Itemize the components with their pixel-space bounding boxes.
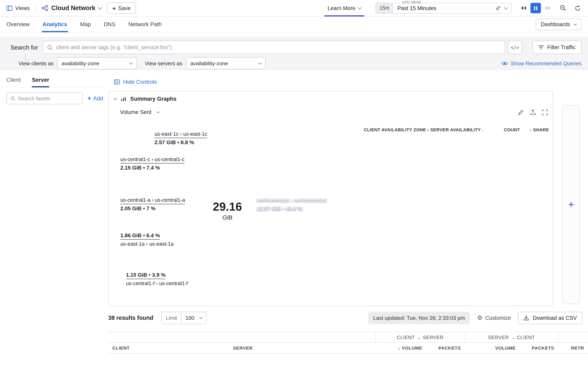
search-icon — [10, 96, 15, 101]
chart-callout: northcentralus › northcentralus 13.57 Gi… — [257, 196, 327, 211]
donut-chart-area: 29.16 GiB us-east-1c › us-east-1c 2.57 G… — [109, 115, 360, 306]
chart-callout: us-central1-c › us-central1-c 2.15 GiB •… — [120, 155, 184, 171]
skip-forward-icon — [545, 6, 551, 10]
chevron-down-icon — [130, 61, 133, 64]
customize-button[interactable]: ⚙ Customize — [477, 314, 511, 322]
chevron-down-icon — [114, 97, 117, 100]
views-label: Views — [15, 5, 30, 11]
search-input[interactable] — [56, 44, 501, 50]
view-clients-as-select[interactable]: availability-zone — [57, 57, 137, 69]
skip-back-icon — [520, 6, 526, 10]
column-header-retransmits[interactable]: RETR — [558, 342, 588, 353]
facet-search-input[interactable] — [18, 95, 78, 101]
view-servers-as-select[interactable]: availability-zone — [186, 57, 266, 69]
learn-more-menu[interactable]: Learn More — [323, 0, 365, 16]
export-icon[interactable] — [530, 109, 536, 115]
chevron-down-icon — [258, 61, 262, 64]
primary-tabs: OverviewAnalyticsMapDNSNetwork Path Dash… — [0, 17, 588, 33]
collapsed-side-panel[interactable]: + — [562, 105, 580, 304]
hide-controls-link[interactable]: Hide Controls — [114, 79, 157, 85]
donut-center-value: 29.16 — [203, 200, 251, 213]
query-editor-button[interactable]: </> — [508, 41, 522, 54]
column-header-client[interactable]: CLIENT — [108, 342, 229, 353]
legend-header: CLIENT AVAILABILITY ZONE › SERVER AVAILA… — [364, 127, 549, 133]
filter-icon — [538, 45, 544, 50]
chevron-down-icon — [157, 110, 160, 113]
facet-search-wrap[interactable] — [6, 92, 83, 104]
search-input-wrap[interactable] — [43, 41, 505, 54]
chevron-down-icon — [199, 316, 203, 319]
chart-callout: 1.15 GiB • 3.9 % us-central1-f › us-cent… — [126, 271, 188, 286]
facet-sidebar: Client Server + Add — [0, 73, 107, 380]
tab-map[interactable]: Map — [80, 17, 91, 32]
time-range-control[interactable]: 15m Past 15 Minutes — [375, 3, 512, 14]
chart-callout: us-east-1c › us-east-1c 2.57 GiB • 8.8 % — [155, 130, 207, 145]
download-csv-button[interactable]: Download as CSV — [518, 312, 582, 324]
refresh-icon — [574, 5, 581, 11]
legend-share-header[interactable]: ↓ SHARE — [520, 127, 549, 133]
limit-select[interactable]: Limit 100 — [161, 312, 207, 324]
add-facet-button[interactable]: + Add — [87, 95, 103, 102]
expand-icon[interactable] — [542, 109, 548, 115]
time-range-chip: 15m — [376, 3, 393, 13]
plus-icon: + — [87, 95, 91, 102]
tab-dns[interactable]: DNS — [104, 17, 115, 32]
group-header-server-client: SERVER → CLIENT — [465, 332, 558, 342]
results-count: 38 results found — [108, 315, 153, 321]
collapse-panel-icon — [114, 79, 120, 85]
search-for-label: Search for — [6, 44, 43, 51]
view-servers-as-group: View servers as availability-zone — [145, 57, 266, 69]
legend-count-header[interactable]: COUNT — [483, 127, 520, 132]
chevron-down-icon[interactable] — [504, 5, 508, 9]
column-header-volume-sc[interactable]: VOLUME — [465, 342, 519, 353]
sort-desc-icon: ↓ — [398, 345, 400, 351]
column-header-server[interactable]: SERVER — [229, 342, 362, 353]
step-back-button[interactable] — [518, 3, 528, 13]
plus-icon: + — [112, 5, 116, 12]
refresh-button[interactable] — [573, 3, 582, 13]
time-range-label: Past 15 Minutes — [393, 5, 496, 11]
pin-icon[interactable] — [496, 5, 501, 11]
tabs-list: OverviewAnalyticsMapDNSNetwork Path — [6, 17, 161, 32]
tab-overview[interactable]: Overview — [6, 17, 30, 32]
page-title: Cloud Network — [52, 4, 96, 12]
chart-callout: us-central1-a › us-central1-a 2.05 GiB •… — [120, 196, 185, 211]
save-button[interactable]: + Save — [107, 2, 136, 14]
views-button[interactable]: Views — [6, 5, 30, 11]
donut-center-label: 29.16 GiB — [203, 200, 251, 221]
edit-icon[interactable] — [518, 109, 524, 115]
legend-dimension-header[interactable]: CLIENT AVAILABILITY ZONE › SERVER AVAILA… — [364, 127, 483, 132]
column-header-packets-sc[interactable]: PACKETS — [519, 342, 558, 353]
app-root: Views Cloud Network + Save Learn More UT… — [0, 0, 588, 380]
chart-callout: 1.86 GiB • 6.4 % us-east-1a › us-east-1a — [120, 232, 174, 247]
column-header-volume-cs[interactable]: ↓ VOLUME — [375, 342, 426, 353]
chart-legend: CLIENT AVAILABILITY ZONE › SERVER AVAILA… — [364, 127, 549, 306]
show-recommended-queries-link[interactable]: Show Recommended Queries — [501, 60, 582, 66]
tab-client[interactable]: Client — [6, 73, 21, 87]
tab-network-path[interactable]: Network Path — [128, 17, 162, 32]
filter-traffic-button[interactable]: Filter Traffic — [532, 41, 582, 54]
last-updated: Last updated: Tue, Nov 26, 2:33:03 pm — [368, 312, 470, 324]
view-title-menu[interactable]: Cloud Network — [41, 4, 102, 12]
pause-button[interactable] — [531, 3, 541, 13]
step-forward-button[interactable] — [543, 3, 553, 13]
summary-graphs-header[interactable]: Summary Graphs — [114, 96, 177, 102]
connector-line — [25, 54, 29, 60]
tab-server[interactable]: Server — [32, 73, 49, 87]
gear-icon: ⚙ — [477, 314, 482, 322]
column-header-packets-cs[interactable]: PACKETS — [426, 342, 465, 353]
divider — [36, 4, 36, 13]
group-header-client-server: CLIENT → SERVER — [375, 332, 465, 342]
download-icon — [524, 315, 529, 321]
timezone-label: UTC-08:00 — [400, 0, 422, 4]
zoom-out-button[interactable] — [558, 3, 568, 13]
learn-more-accent — [324, 15, 364, 16]
facet-tabs: Client Server — [6, 73, 103, 87]
search-icon — [47, 44, 53, 50]
top-bar: Views Cloud Network + Save Learn More UT… — [0, 0, 588, 17]
tab-analytics[interactable]: Analytics — [42, 17, 67, 32]
dashboards-button[interactable]: Dashboards — [535, 19, 582, 30]
bar-chart-icon — [121, 96, 126, 101]
sort-desc-icon: ↓ — [529, 127, 532, 133]
metric-selector[interactable]: Volume Sent — [120, 109, 159, 115]
